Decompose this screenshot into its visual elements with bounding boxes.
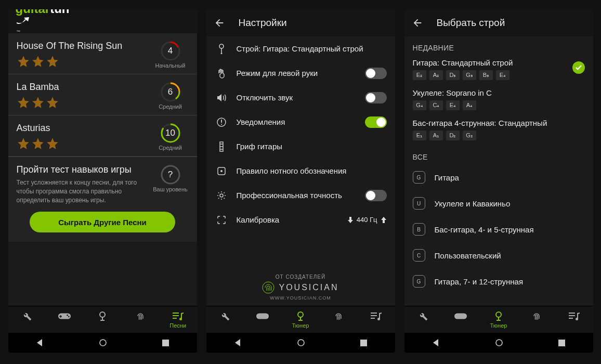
category-badge: G: [413, 171, 425, 184]
nav-back-icon[interactable]: [35, 338, 45, 347]
tab-tools[interactable]: [210, 311, 241, 329]
bottom-tabbar: Песни: [8, 306, 197, 333]
song-row[interactable]: Asturias 10 Средний: [8, 115, 197, 157]
android-navbar: [8, 333, 197, 353]
tab-tools[interactable]: [408, 311, 439, 329]
tab-chords[interactable]: [323, 311, 354, 329]
gamepad-icon: [256, 311, 269, 321]
back-button[interactable]: [412, 17, 423, 29]
setting-label: Правило нотного обозначения: [237, 166, 387, 175]
toggle-pro-accuracy[interactable]: [365, 190, 387, 201]
svg-point-18: [220, 170, 223, 172]
setting-mute[interactable]: Отключить звук: [206, 85, 395, 110]
setting-pro-accuracy[interactable]: Профессиональная точность: [206, 183, 395, 207]
arrow-up-icon[interactable]: [381, 217, 387, 223]
tuning-notes: E₂ A₂ D₃ G₃ B₃ E₄: [413, 70, 513, 80]
chords-badge: 4: [160, 41, 181, 61]
setting-tuning[interactable]: Строй: Гитара: Стандартный строй: [206, 36, 395, 61]
arrow-down-icon[interactable]: [347, 217, 354, 223]
nav-recent-icon[interactable]: [558, 339, 566, 347]
back-button[interactable]: [214, 17, 225, 29]
nav-home-icon[interactable]: [495, 339, 503, 347]
chords-badge: 10: [160, 123, 181, 144]
tuning-notes: G₄ C₄ E₄ A₄: [413, 100, 492, 110]
setting-left-hand[interactable]: Режим для левой руки: [206, 61, 395, 85]
tab-games[interactable]: [49, 311, 80, 329]
tab-games[interactable]: [247, 311, 278, 329]
category-name: Пользовательский: [435, 251, 501, 260]
nav-back-icon[interactable]: [432, 338, 441, 347]
hand-icon: [214, 68, 229, 79]
setting-label: Строй: Гитара: Стандартный строй: [237, 44, 387, 53]
tuning-category[interactable]: U Укулеле и Кавакиньо: [404, 190, 593, 216]
nav-recent-icon[interactable]: [360, 339, 368, 347]
tuner-icon: [493, 311, 504, 321]
yousician-url: WWW.YOUSICIAN.COM: [206, 295, 395, 301]
tuner-icon: [97, 311, 108, 321]
skill-badge-label: Ваш уровень: [153, 186, 188, 192]
calibration-control[interactable]: 440 Гц: [347, 216, 387, 224]
playlist-icon: [568, 311, 580, 321]
song-row[interactable]: La Bamba 6 Средний: [8, 74, 197, 115]
calibrate-icon: [214, 215, 229, 225]
svg-point-23: [298, 340, 304, 346]
svg-rect-12: [162, 340, 169, 346]
speaker-icon: [214, 93, 229, 102]
tab-tuner[interactable]: Тюнер: [483, 311, 514, 329]
gear-icon: [214, 191, 229, 200]
tuning-category[interactable]: C Пользовательский: [404, 242, 593, 268]
tab-tuner[interactable]: Тюнер: [285, 311, 316, 329]
tab-chords[interactable]: [125, 311, 156, 329]
tab-label: Тюнер: [292, 322, 309, 329]
calibration-value: 440 Гц: [357, 216, 377, 224]
settings-title: Настройки: [239, 17, 287, 29]
nav-home-icon[interactable]: [99, 339, 107, 347]
tuning-category[interactable]: B Бас-гитара, 4- и 5-струнная: [404, 216, 593, 242]
made-by-label: ОТ СОЗДАТЕЛЕЙ: [206, 274, 395, 280]
tuning-row[interactable]: Бас-гитара 4-струнная: Стандартный E₁ A₁…: [404, 115, 593, 146]
tuner-icon: [295, 311, 306, 321]
tab-chords[interactable]: [521, 311, 552, 329]
fingerprint-icon: [135, 311, 146, 321]
tuning-category[interactable]: G Гитара, 7- и 12-струнная: [404, 268, 593, 294]
category-badge: G: [413, 275, 425, 288]
play-other-songs-button[interactable]: Сыграть Другие Песни: [30, 212, 175, 232]
playlist-icon: [172, 311, 184, 321]
song-list[interactable]: House Of The Rising Sun 4 Начальный: [8, 33, 197, 306]
tab-songs[interactable]: [558, 311, 590, 329]
setting-notation[interactable]: Правило нотного обозначения: [206, 159, 395, 183]
setting-notifications[interactable]: Уведомления: [206, 110, 395, 134]
tab-games[interactable]: [445, 311, 476, 329]
toggle-notifications[interactable]: [365, 116, 387, 128]
setting-calibration[interactable]: Калибровка 440 Гц: [206, 207, 395, 232]
nav-recent-icon[interactable]: [162, 339, 169, 347]
tab-tools[interactable]: [11, 311, 43, 329]
tab-tuner[interactable]: [87, 311, 118, 329]
nav-back-icon[interactable]: [233, 338, 243, 347]
wrench-icon: [21, 311, 33, 321]
tuning-peg-icon: [214, 44, 229, 54]
app-logo-bar: guitartun™: [8, 9, 197, 33]
song-title: Asturias: [17, 123, 59, 134]
tuning-category[interactable]: G Гитара: [404, 164, 593, 190]
svg-rect-25: [454, 313, 467, 319]
tab-songs[interactable]: [360, 311, 391, 329]
tuning-notes: E₁ A₁ D₂ G₂: [413, 131, 547, 140]
wrench-icon: [417, 311, 429, 321]
svg-point-11: [100, 340, 106, 346]
toggle-left-hand[interactable]: [365, 68, 387, 79]
logo-part2: tun: [50, 9, 69, 16]
nav-home-icon[interactable]: [297, 339, 305, 347]
tuning-list[interactable]: НЕДАВНИЕ Гитара: Стандартный строй E₂ A₂…: [404, 36, 593, 306]
svg-point-10: [100, 312, 105, 317]
tab-songs[interactable]: Песни: [162, 311, 193, 329]
svg-rect-24: [360, 340, 367, 346]
tuning-row[interactable]: Укулеле: Soprano in C G₄ C₄ E₄ A₄: [404, 85, 593, 115]
tuning-row[interactable]: Гитара: Стандартный строй E₂ A₂ D₃ G₃ B₃…: [404, 55, 593, 85]
tuning-name: Укулеле: Soprano in C: [413, 88, 492, 97]
toggle-mute[interactable]: [365, 92, 387, 103]
setting-fretboard[interactable]: Гриф гитары: [206, 134, 395, 159]
svg-point-16: [221, 124, 222, 125]
song-row[interactable]: House Of The Rising Sun 4 Начальный: [8, 33, 197, 74]
skill-test-card[interactable]: Пройти тест навыков игры Тест усложняетс…: [8, 157, 197, 242]
